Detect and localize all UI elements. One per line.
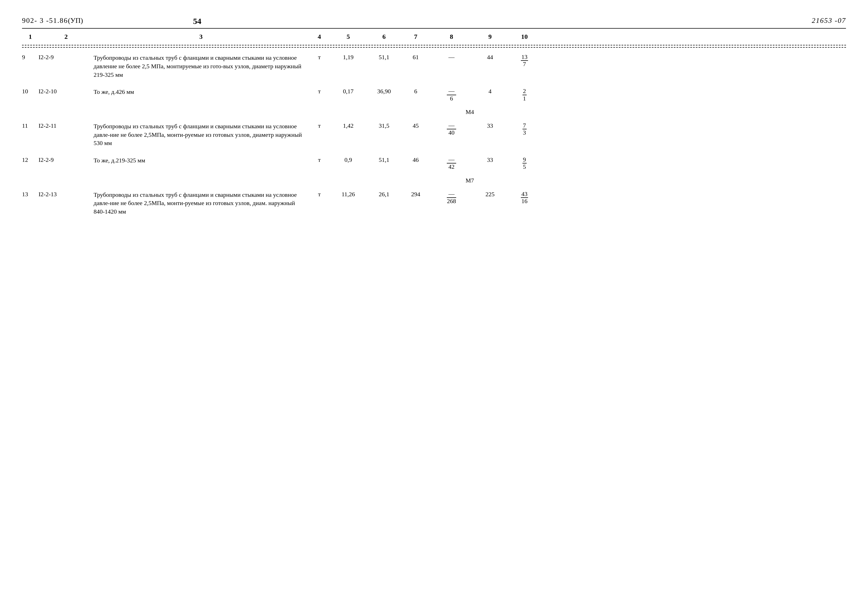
row-c7: 45 (402, 122, 429, 129)
row-c5: 11,26 (330, 191, 366, 198)
sub-label-m4: М4 (22, 106, 846, 118)
col-header-2: 2 (39, 33, 94, 41)
table-row: 11 I2-2-11 Трубопроводы из стальных труб… (22, 118, 846, 152)
row-code: I2-2-11 (39, 122, 94, 129)
row-description: То же, д.426 мм (94, 88, 308, 96)
row-c7: 46 (402, 156, 429, 164)
row-unit: т (308, 54, 330, 61)
sub-label-m7: М7 (22, 175, 846, 186)
row-c7: 294 (402, 191, 429, 198)
row-c10: 2 1 (506, 88, 542, 102)
row-c8: — 42 (429, 156, 474, 170)
row-c5: 1,19 (330, 54, 366, 61)
col-header-6: 6 (366, 33, 402, 41)
col-header-9: 9 (474, 33, 506, 41)
row-c5: 0,9 (330, 156, 366, 164)
row-code: I2-2-9 (39, 156, 94, 164)
row-num: 12 (22, 156, 39, 164)
row-unit: т (308, 122, 330, 129)
fraction-dash: — 42 (447, 156, 456, 170)
row-num: 11 (22, 122, 39, 129)
fraction-dash: — 6 (447, 88, 456, 102)
row-c6: 31,5 (366, 122, 402, 129)
row-c9: 225 (474, 191, 506, 198)
col-header-10: 10 (506, 33, 542, 41)
row-description: Трубопроводы из стальных труб с фланцами… (94, 122, 308, 147)
row-c6: 51,1 (366, 156, 402, 164)
row-unit: т (308, 191, 330, 198)
row-c6: 26,1 (366, 191, 402, 198)
fraction: 9 5 (523, 156, 527, 170)
header: 902- 3 -51.86 (УП) 54 21653 -07 (22, 17, 846, 26)
row-description: То же, д.219-325 мм (94, 156, 308, 165)
fraction: 7 3 (523, 122, 527, 136)
row-c9: 33 (474, 156, 506, 164)
fraction: 2 1 (523, 88, 527, 102)
row-num: 9 (22, 54, 39, 61)
row-c6: 51,1 (366, 54, 402, 61)
col-header-4: 4 (308, 33, 330, 41)
page-number: 54 (193, 17, 201, 26)
row-c5: 0,17 (330, 88, 366, 95)
col-header-3: 3 (94, 33, 308, 41)
row-description: Трубопроводы из стальных труб с фланцами… (94, 54, 308, 79)
row-c5: 1,42 (330, 122, 366, 129)
row-c7: 6 (402, 88, 429, 95)
doc-id: 21653 -07 (812, 17, 846, 25)
header-divider-1 (22, 45, 846, 45)
row-c7: 61 (402, 54, 429, 61)
row-c10: 13 7 (506, 54, 542, 67)
col-header-7: 7 (402, 33, 429, 41)
table-row: 13 I2-2-13 Трубопроводы из стальных труб… (22, 186, 846, 220)
row-c8: — (429, 54, 474, 61)
row-c9: 4 (474, 88, 506, 95)
row-c6: 36,90 (366, 88, 402, 95)
col-header-5: 5 (330, 33, 366, 41)
table-row: 10 I2-2-10 То же, д.426 мм т 0,17 36,90 … (22, 83, 846, 106)
fraction: 13 7 (521, 54, 528, 67)
table-row: 9 I2-2-9 Трубопроводы из стальных труб с… (22, 49, 846, 83)
row-code: I2-2-13 (39, 191, 94, 198)
fraction-dash: — 268 (447, 191, 457, 205)
fraction: 43 16 (521, 191, 528, 205)
doc-type: (УП) (68, 17, 83, 25)
row-c10: 43 16 (506, 191, 542, 205)
row-c9: 44 (474, 54, 506, 61)
row-c8: — 40 (429, 122, 474, 136)
row-code: I2-2-10 (39, 88, 94, 95)
row-c10: 9 5 (506, 156, 542, 170)
top-divider (22, 28, 846, 29)
row-description: Трубопроводы из стальных труб с фланцами… (94, 191, 308, 216)
row-num: 13 (22, 191, 39, 198)
doc-number: 902- 3 -51.86 (22, 17, 68, 25)
row-num: 10 (22, 88, 39, 95)
table-row: 12 I2-2-9 То же, д.219-325 мм т 0,9 51,1… (22, 152, 846, 174)
row-c8: — 268 (429, 191, 474, 205)
col-header-8: 8 (429, 33, 474, 41)
row-c8: — 6 (429, 88, 474, 102)
col-header-1: 1 (22, 33, 39, 41)
row-unit: т (308, 156, 330, 164)
row-unit: т (308, 88, 330, 95)
header-divider-2 (22, 47, 846, 48)
fraction-dash: — 40 (447, 122, 456, 136)
column-headers: 1 2 3 4 5 6 7 8 9 10 (22, 30, 846, 43)
row-code: I2-2-9 (39, 54, 94, 61)
row-c9: 33 (474, 122, 506, 129)
row-c10: 7 3 (506, 122, 542, 136)
